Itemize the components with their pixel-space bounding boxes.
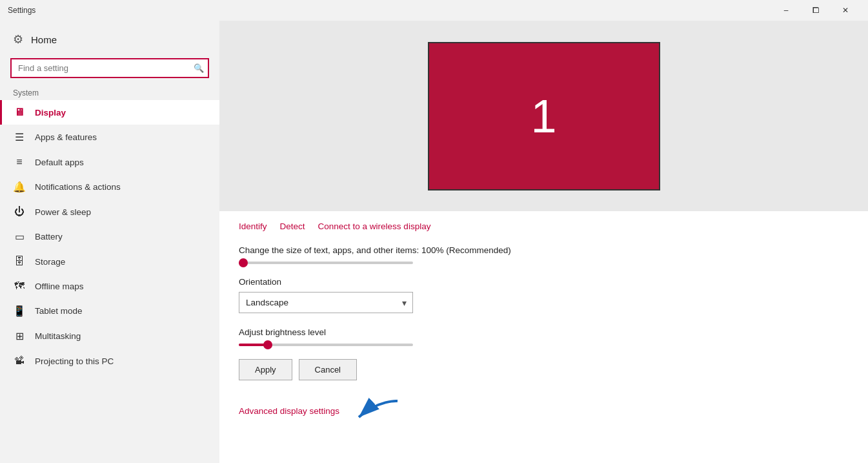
home-label: Home (31, 34, 57, 45)
cancel-button[interactable]: Cancel (299, 359, 357, 380)
home-icon: ⚙ (13, 32, 23, 46)
notifications-icon: 🔔 (13, 181, 26, 193)
orientation-label: Orientation (239, 277, 849, 287)
sidebar-item-power-sleep[interactable]: ⏻ Power & sleep (0, 200, 219, 224)
brightness-slider-container (239, 344, 413, 346)
default-apps-icon: ≡ (13, 156, 26, 168)
arrow-annotation (346, 395, 404, 427)
search-input[interactable] (10, 58, 209, 78)
sidebar-item-label: Display (35, 108, 66, 118)
brightness-slider-track (239, 344, 413, 346)
tablet-icon: 📱 (13, 305, 26, 317)
display-icon: 🖥 (13, 107, 26, 118)
settings-content: Identify Detect Connect to a wireless di… (219, 211, 868, 463)
sidebar-item-offline-maps[interactable]: 🗺 Offline maps (0, 274, 219, 298)
orientation-select[interactable]: Landscape Portrait Landscape (flipped) P… (239, 292, 413, 313)
sidebar-item-default-apps[interactable]: ≡ Default apps (0, 150, 219, 174)
monitor-number: 1 (530, 90, 556, 143)
sidebar-item-label: Multitasking (35, 331, 81, 341)
apply-button[interactable]: Apply (239, 359, 292, 380)
titlebar: Settings – ⧠ ✕ (0, 0, 868, 21)
content-area: 1 Identify Detect Connect to a wireless … (219, 21, 868, 463)
wireless-display-link[interactable]: Connect to a wireless display (318, 221, 431, 231)
storage-icon: 🗄 (13, 256, 26, 267)
scale-slider-track (239, 262, 413, 264)
scale-slider-container (239, 262, 413, 264)
orientation-select-wrapper: Landscape Portrait Landscape (flipped) P… (239, 292, 413, 313)
sidebar-item-label: Offline maps (35, 282, 84, 291)
power-icon: ⏻ (13, 206, 26, 218)
window-controls: – ⧠ ✕ (771, 0, 860, 21)
home-nav-item[interactable]: ⚙ Home (0, 26, 219, 53)
display-links-row: Identify Detect Connect to a wireless di… (239, 221, 849, 231)
search-wrapper: 🔍 (0, 53, 219, 83)
sidebar-item-tablet-mode[interactable]: 📱 Tablet mode (0, 298, 219, 324)
advanced-link-row: Advanced display settings (239, 395, 849, 427)
sidebar-item-notifications[interactable]: 🔔 Notifications & actions (0, 174, 219, 200)
sidebar-item-label: Notifications & actions (35, 182, 121, 192)
minimize-button[interactable]: – (771, 0, 801, 21)
sidebar-item-label: Storage (35, 257, 65, 267)
close-button[interactable]: ✕ (831, 0, 860, 21)
sidebar-item-projecting[interactable]: 📽 Projecting to this PC (0, 349, 219, 373)
brightness-label: Adjust brightness level (239, 327, 849, 337)
search-icon: 🔍 (194, 63, 204, 73)
sidebar-item-storage[interactable]: 🗄 Storage (0, 249, 219, 274)
sidebar-item-display[interactable]: 🖥 Display (0, 100, 219, 125)
projecting-icon: 📽 (13, 355, 26, 367)
maps-icon: 🗺 (13, 280, 26, 292)
app-title: Settings (8, 6, 35, 15)
sidebar-item-multitasking[interactable]: ⊞ Multitasking (0, 324, 219, 349)
multitasking-icon: ⊞ (13, 330, 26, 342)
brightness-slider-thumb[interactable] (263, 340, 272, 349)
sidebar-item-label: Projecting to this PC (35, 356, 114, 366)
sidebar-item-apps-features[interactable]: ☰ Apps & features (0, 125, 219, 150)
identify-link[interactable]: Identify (239, 221, 267, 231)
section-label: System (0, 83, 219, 100)
maximize-button[interactable]: ⧠ (801, 0, 831, 21)
battery-icon: ▭ (13, 231, 26, 243)
monitor-box: 1 (428, 42, 660, 190)
detect-link[interactable]: Detect (280, 221, 305, 231)
main-layout: ⚙ Home 🔍 System 🖥 Display ☰ Apps & featu… (0, 21, 868, 463)
sidebar-item-label: Default apps (35, 158, 84, 167)
sidebar-item-battery[interactable]: ▭ Battery (0, 224, 219, 249)
sidebar: ⚙ Home 🔍 System 🖥 Display ☰ Apps & featu… (0, 21, 219, 463)
scale-label: Change the size of text, apps, and other… (239, 245, 849, 255)
sidebar-item-label: Tablet mode (35, 306, 83, 316)
display-preview: 1 (219, 21, 868, 211)
scale-slider-thumb[interactable] (239, 258, 248, 267)
apps-icon: ☰ (13, 131, 26, 143)
sidebar-item-label: Battery (35, 232, 63, 242)
advanced-display-link[interactable]: Advanced display settings (239, 406, 339, 416)
buttons-row: Apply Cancel (239, 359, 849, 380)
brightness-slider-fill (239, 344, 266, 346)
sidebar-item-label: Apps & features (35, 132, 97, 142)
sidebar-item-label: Power & sleep (35, 207, 91, 217)
